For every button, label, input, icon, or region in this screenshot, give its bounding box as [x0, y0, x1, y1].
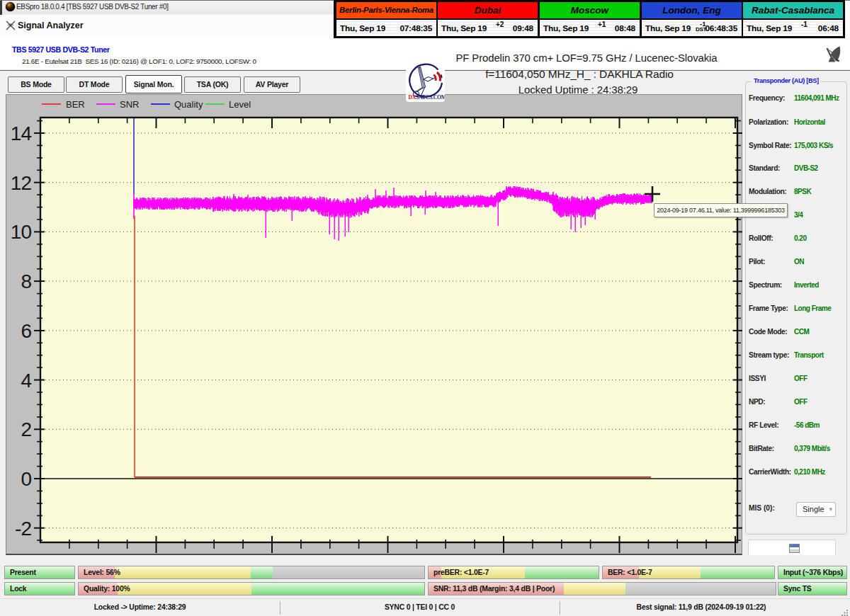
- svg-text:DXSATCS.COM: DXSATCS.COM: [409, 94, 446, 101]
- svg-text:8: 8: [21, 270, 31, 292]
- svg-text:6: 6: [21, 320, 31, 342]
- svg-text:12: 12: [11, 172, 32, 194]
- svg-text:-2: -2: [15, 518, 31, 540]
- svg-text:0: 0: [21, 468, 31, 490]
- svg-text:14: 14: [11, 122, 32, 144]
- svg-text:4: 4: [21, 370, 31, 392]
- svg-text:2: 2: [21, 418, 31, 440]
- svg-text:10: 10: [11, 221, 32, 243]
